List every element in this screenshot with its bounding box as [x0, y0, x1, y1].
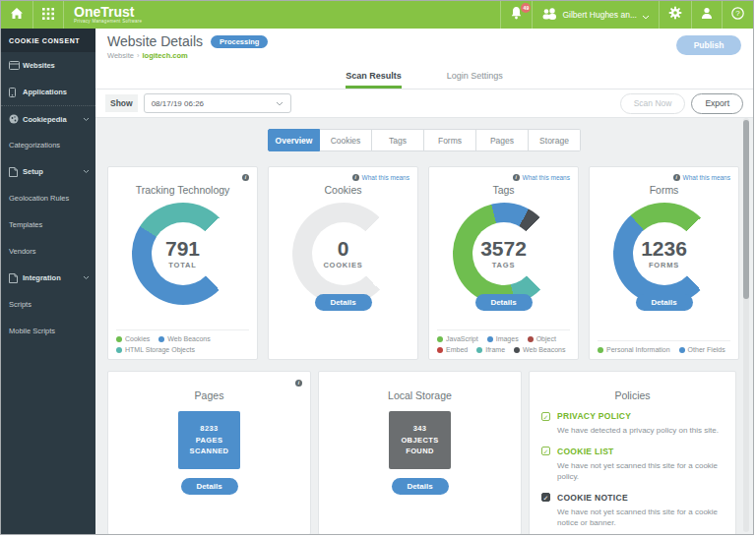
policy-label: COOKIE NOTICE	[557, 493, 628, 503]
sidebar-item-templates[interactable]: Templates	[1, 211, 95, 238]
legend-item: Embed	[437, 346, 468, 353]
card-cookies: What this meansCookies0COOKIESDetails	[268, 166, 418, 360]
tab-login-settings[interactable]: Login Settings	[447, 71, 503, 89]
scan-tab-overview[interactable]: Overview	[268, 129, 320, 151]
what-this-means-link[interactable]: What this means	[673, 174, 730, 181]
what-this-means-link[interactable]: What this means	[352, 174, 410, 181]
applications-icon	[9, 88, 23, 97]
tab-scan-results[interactable]: Scan Results	[346, 71, 402, 89]
home-button[interactable]	[1, 1, 33, 29]
gauge-unit: FORMS	[649, 261, 679, 269]
card-forms: What this meansForms1236FORMSDetailsPers…	[589, 166, 739, 360]
user-name-label: Gilbert Hughes an...	[562, 10, 637, 20]
policy-item-cookie-list: ✓COOKIE LISTWe have not yet scanned this…	[541, 447, 724, 483]
document-icon	[9, 273, 23, 283]
scrollbar-thumb[interactable]	[743, 120, 749, 299]
gauge-unit: TOTAL	[168, 261, 196, 269]
profile-button[interactable]	[691, 1, 722, 29]
sidebar-item-label: Vendors	[9, 247, 36, 256]
gauge-value: 3572	[480, 238, 527, 259]
pages-count: 8233	[200, 423, 218, 435]
scan-tab-forms[interactable]: Forms	[424, 129, 476, 151]
details-button-forms[interactable]: Details	[636, 294, 693, 311]
breadcrumb-parent[interactable]: Website	[107, 51, 134, 60]
status-badge: Processing	[211, 35, 268, 48]
scan-now-button[interactable]: Scan Now	[620, 93, 686, 114]
sidebar-item-label: Integration	[23, 273, 61, 282]
help-button[interactable]: ?	[722, 1, 753, 29]
checkbox-icon[interactable]: ✓	[541, 447, 550, 455]
sidebar-item-vendors[interactable]: Vendors	[1, 238, 95, 265]
legend-label: Personal Information	[606, 346, 670, 353]
legend-item: Web Beacons	[158, 335, 210, 342]
brand-logo[interactable]: OneTrust Privacy Management Software	[64, 1, 152, 29]
person-icon	[701, 6, 713, 24]
legend-label: HTML Storage Objects	[125, 346, 195, 353]
gauge-unit: COOKIES	[323, 261, 362, 269]
info-icon[interactable]	[295, 380, 302, 387]
sidebar-item-geolocation-rules[interactable]: Geolocation Rules	[1, 185, 95, 211]
sidebar-item-categorizations[interactable]: Categorizations	[1, 132, 95, 158]
gauge-center: 3572TAGS	[453, 203, 555, 305]
vertical-scrollbar[interactable]	[743, 118, 749, 532]
sidebar-item-label: Cookiepedia	[23, 115, 67, 124]
account-menu[interactable]: Gilbert Hughes an...	[532, 1, 659, 29]
info-icon[interactable]	[242, 174, 249, 181]
app-switcher-button[interactable]	[33, 1, 64, 29]
checkbox-icon[interactable]: ✓	[541, 412, 550, 421]
sidebar-item-cookiepedia[interactable]: Cookiepedia	[1, 105, 95, 132]
notifications-button[interactable]: 49	[500, 1, 532, 29]
sidebar-item-setup[interactable]: Setup	[1, 158, 95, 185]
gauge-value: 791	[165, 238, 200, 259]
home-icon	[10, 6, 24, 24]
card-title: Pages	[116, 389, 302, 401]
legend-item: Cookies	[116, 335, 150, 342]
notification-count-badge: 49	[521, 3, 531, 13]
scan-section-tabs: OverviewCookiesTagsFormsPagesStorage	[95, 129, 753, 151]
legend-dot	[476, 347, 482, 353]
sidebar: COOKIE CONSENT WebsitesApplicationsCooki…	[1, 29, 95, 534]
scan-results-content: OverviewCookiesTagsFormsPagesStorage Tra…	[95, 118, 753, 534]
chevron-down-icon	[83, 117, 90, 122]
legend-dot	[598, 347, 603, 353]
checkbox-icon[interactable]: ✓	[541, 493, 550, 502]
sidebar-item-scripts[interactable]: Scripts	[1, 291, 95, 318]
page-tabs: Scan ResultsLogin Settings	[95, 62, 753, 90]
breadcrumb: Website›logitech.com	[107, 51, 741, 60]
sidebar-item-label: Geolocation Rules	[9, 194, 69, 203]
sidebar-item-label: Categorizations	[9, 141, 60, 149]
export-button[interactable]: Export	[691, 93, 743, 114]
publish-button[interactable]: Publish	[676, 35, 741, 55]
details-button-cookies[interactable]: Details	[315, 294, 372, 311]
grid-icon	[42, 6, 54, 24]
details-button-local-storage[interactable]: Details	[392, 478, 449, 495]
legend-label: Embed	[446, 346, 468, 353]
scan-tab-pages[interactable]: Pages	[476, 129, 529, 151]
details-button-tags[interactable]: Details	[475, 294, 533, 311]
top-navigation-bar: OneTrust Privacy Management Software 49 …	[1, 1, 753, 29]
scan-date-select[interactable]: 08/17/19 06:26	[144, 93, 291, 113]
sidebar-item-integration[interactable]: Integration	[1, 265, 95, 291]
legend-dot	[116, 336, 122, 342]
legend-label: Web Beacons	[523, 346, 565, 353]
legend-item: Personal Information	[598, 346, 670, 353]
scan-tab-cookies[interactable]: Cookies	[320, 129, 372, 151]
details-button-pages[interactable]: Details	[181, 478, 238, 495]
scan-tab-storage[interactable]: Storage	[529, 129, 581, 151]
sidebar-item-websites[interactable]: Websites	[1, 52, 95, 79]
settings-button[interactable]	[659, 1, 691, 29]
card-tracking-technology: Tracking Technology791TOTALCookiesWeb Be…	[107, 166, 258, 360]
card-title: Cookies	[277, 184, 410, 196]
policy-item-privacy-policy: ✓PRIVACY POLICYWe have detected a privac…	[541, 411, 724, 437]
summary-cards-row: Tracking Technology791TOTALCookiesWeb Be…	[107, 166, 741, 360]
sidebar-item-applications[interactable]: Applications	[1, 79, 95, 105]
cookiepedia-icon	[9, 114, 23, 124]
gauge-area: 3572TAGSDetails	[453, 203, 555, 309]
what-this-means-link[interactable]: What this means	[513, 174, 570, 181]
objects-count: 343	[413, 423, 427, 435]
scan-tab-tags[interactable]: Tags	[372, 129, 424, 151]
card-pages: Pages 8233 PAGES SCANNED Details	[107, 371, 311, 534]
chevron-down-icon	[276, 101, 284, 106]
sidebar-item-mobile-scripts[interactable]: Mobile Scripts	[1, 318, 95, 344]
sidebar-item-label: Scripts	[9, 300, 32, 309]
